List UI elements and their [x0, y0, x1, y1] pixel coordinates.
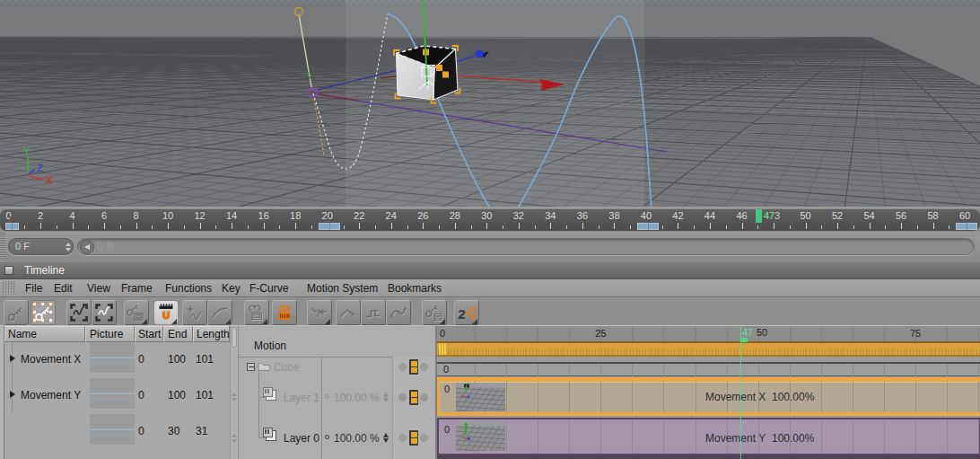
svg-text:Y: Y — [23, 146, 31, 156]
svg-text:Z: Z — [37, 163, 43, 173]
svg-text:X: X — [46, 175, 53, 186]
svg-text:2: 2 — [459, 306, 466, 322]
